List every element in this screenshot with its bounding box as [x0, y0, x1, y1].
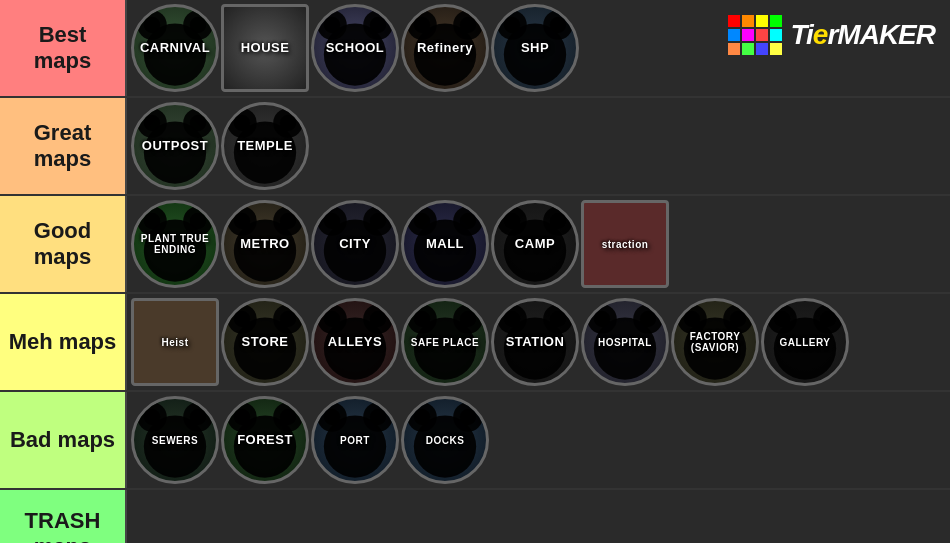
- map-label-carnival: CARNIVAL: [134, 7, 216, 89]
- map-label-station: STATION: [494, 301, 576, 383]
- map-text-gallery: GALLERY: [778, 335, 833, 350]
- map-text-city: CITY: [337, 235, 373, 253]
- map-text-forest: FOREST: [235, 431, 295, 449]
- map-label-metro: METRO: [224, 203, 306, 285]
- logo-cell: [742, 15, 754, 27]
- map-item-hospital[interactable]: HOSPITAL: [581, 298, 669, 386]
- tier-label-bad: Bad maps: [0, 392, 125, 488]
- map-item-station[interactable]: STATION: [491, 298, 579, 386]
- map-label-house: HOUSE: [224, 7, 306, 89]
- tiermaker-logo: TierMAKER: [728, 15, 935, 55]
- map-item-distraction[interactable]: straction: [581, 200, 669, 288]
- logo-cell: [742, 29, 754, 41]
- logo-cell: [728, 15, 740, 27]
- map-item-plant[interactable]: PLANT TRUE ENDING: [131, 200, 219, 288]
- map-item-refinery[interactable]: Refinery: [401, 4, 489, 92]
- map-text-factory: FACTORY (SAVIOR): [674, 329, 756, 355]
- map-label-school: SCHOOL: [314, 7, 396, 89]
- map-label-refinery: Refinery: [404, 7, 486, 89]
- map-label-sewers: SEWERS: [134, 399, 216, 481]
- map-label-outpost: OUTPOST: [134, 105, 216, 187]
- map-label-forest: FOREST: [224, 399, 306, 481]
- tier-row-bad: Bad maps SEWERS FOREST PORT DOCK: [0, 392, 950, 490]
- tier-row-great: Great maps OUTPOST TEMPLE: [0, 98, 950, 196]
- map-text-alleys: ALLEYS: [326, 333, 384, 351]
- map-item-mall[interactable]: MALL: [401, 200, 489, 288]
- map-label-temple: TEMPLE: [224, 105, 306, 187]
- map-item-sewers[interactable]: SEWERS: [131, 396, 219, 484]
- map-item-factory[interactable]: FACTORY (SAVIOR): [671, 298, 759, 386]
- logo-cell: [756, 15, 768, 27]
- map-label-factory: FACTORY (SAVIOR): [674, 301, 756, 383]
- map-text-camp: CAMP: [513, 235, 557, 253]
- map-label-city: CITY: [314, 203, 396, 285]
- map-text-temple: TEMPLE: [235, 137, 295, 155]
- map-label-docks: DOCKS: [404, 399, 486, 481]
- map-item-school[interactable]: SCHOOL: [311, 4, 399, 92]
- tier-items-great: OUTPOST TEMPLE: [125, 98, 950, 194]
- map-item-city[interactable]: CITY: [311, 200, 399, 288]
- map-label-mall: MALL: [404, 203, 486, 285]
- tier-row-meh: Meh mapsHeist STORE ALLEYS SAFE PLACE: [0, 294, 950, 392]
- map-text-docks: DOCKS: [424, 433, 467, 448]
- map-label-gallery: GALLERY: [764, 301, 846, 383]
- map-label-plant: PLANT TRUE ENDING: [134, 203, 216, 285]
- tier-row-good: Good maps PLANT TRUE ENDING METRO CITY: [0, 196, 950, 294]
- tier-items-meh: Heist STORE ALLEYS SAFE PLACE ST: [125, 294, 950, 390]
- map-item-carnival[interactable]: CARNIVAL: [131, 4, 219, 92]
- tier-label-trash: TRASH maps: [0, 490, 125, 543]
- map-text-hospital: HOSPITAL: [596, 335, 654, 350]
- map-text-plant: PLANT TRUE ENDING: [134, 231, 216, 257]
- map-label-distraction: straction: [584, 203, 666, 285]
- logo-cell: [770, 15, 782, 27]
- map-label-port: PORT: [314, 399, 396, 481]
- tier-list: Best maps CARNIVALHOUSE SCHOOL Refinery: [0, 0, 950, 543]
- tier-row-trash: TRASH maps: [0, 490, 950, 543]
- map-text-heist: Heist: [160, 335, 191, 350]
- logo-cell: [756, 29, 768, 41]
- map-text-safeplace: SAFE PLACE: [409, 335, 481, 350]
- map-text-refinery: Refinery: [415, 39, 475, 57]
- logo-text: TierMAKER: [790, 19, 935, 51]
- tier-label-best: Best maps: [0, 0, 125, 96]
- tier-label-great: Great maps: [0, 98, 125, 194]
- map-item-safeplace[interactable]: SAFE PLACE: [401, 298, 489, 386]
- tier-label-meh: Meh maps: [0, 294, 125, 390]
- tier-items-bad: SEWERS FOREST PORT DOCKS: [125, 392, 950, 488]
- map-item-heist[interactable]: Heist: [131, 298, 219, 386]
- map-label-safeplace: SAFE PLACE: [404, 301, 486, 383]
- map-text-metro: METRO: [238, 235, 291, 253]
- logo-cell: [728, 29, 740, 41]
- map-item-house[interactable]: HOUSE: [221, 4, 309, 92]
- map-label-alleys: ALLEYS: [314, 301, 396, 383]
- map-label-heist: Heist: [134, 301, 216, 383]
- map-item-metro[interactable]: METRO: [221, 200, 309, 288]
- map-item-docks[interactable]: DOCKS: [401, 396, 489, 484]
- map-label-ship: SHP: [494, 7, 576, 89]
- map-item-outpost[interactable]: OUTPOST: [131, 102, 219, 190]
- logo-cell: [742, 43, 754, 55]
- logo-cell: [728, 43, 740, 55]
- map-label-hospital: HOSPITAL: [584, 301, 666, 383]
- map-text-house: HOUSE: [239, 39, 292, 57]
- logo-grid: [728, 15, 782, 55]
- logo-cell: [770, 29, 782, 41]
- map-item-temple[interactable]: TEMPLE: [221, 102, 309, 190]
- logo-cell: [756, 43, 768, 55]
- tier-items-trash: [125, 490, 950, 543]
- map-item-alleys[interactable]: ALLEYS: [311, 298, 399, 386]
- map-item-store[interactable]: STORE: [221, 298, 309, 386]
- map-item-camp[interactable]: CAMP: [491, 200, 579, 288]
- logo-cell: [770, 43, 782, 55]
- map-text-port: PORT: [338, 433, 372, 448]
- map-label-store: STORE: [224, 301, 306, 383]
- map-text-school: SCHOOL: [324, 39, 387, 57]
- map-text-mall: MALL: [424, 235, 466, 253]
- tier-label-good: Good maps: [0, 196, 125, 292]
- map-item-port[interactable]: PORT: [311, 396, 399, 484]
- map-item-ship[interactable]: SHP: [491, 4, 579, 92]
- map-text-outpost: OUTPOST: [140, 137, 210, 155]
- tiermaker-container: TierMAKER Best maps CARNIVALHOUSE SCHOOL…: [0, 0, 950, 543]
- map-item-gallery[interactable]: GALLERY: [761, 298, 849, 386]
- map-item-forest[interactable]: FOREST: [221, 396, 309, 484]
